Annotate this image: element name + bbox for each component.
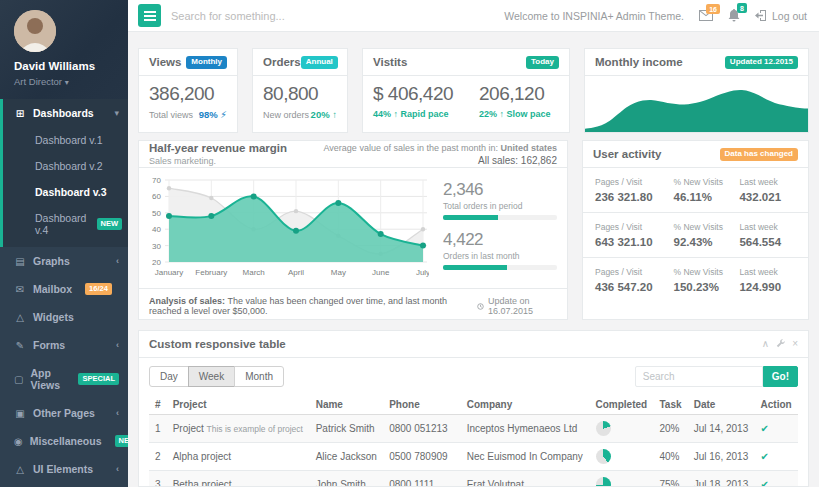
column-header-company[interactable]: Company bbox=[461, 395, 590, 415]
sidebar-item-grid-options[interactable]: ▦ Grid options bbox=[0, 483, 128, 487]
activity-cell: Last week432.021 bbox=[739, 177, 796, 203]
income-area-chart bbox=[585, 76, 808, 132]
sidebar-item-forms[interactable]: ✎ Forms ‹ bbox=[0, 331, 128, 359]
sidebar-item-dashboard-v-1[interactable]: Dashboard v.1 bbox=[3, 127, 128, 153]
cell-action[interactable]: ✔ bbox=[755, 443, 798, 471]
search-input[interactable] bbox=[171, 10, 391, 22]
svg-text:30: 30 bbox=[152, 242, 161, 251]
column-header-num[interactable]: # bbox=[149, 395, 167, 415]
sidebar-item-mailbox[interactable]: ✉ Mailbox 16/24 bbox=[0, 275, 128, 303]
clock-icon bbox=[477, 302, 484, 311]
activity-cell: Pages / Visit643 321.10 bbox=[595, 222, 674, 248]
cell-company: Inceptos Hymenaeos Ltd bbox=[461, 415, 590, 443]
bolt-icon: ⚡ bbox=[220, 109, 227, 120]
check-icon: ✔ bbox=[761, 479, 769, 486]
sign-out-icon bbox=[755, 10, 767, 21]
table-wrap: #ProjectNamePhoneCompanyCompletedTaskDat… bbox=[139, 395, 808, 486]
progress-bar bbox=[443, 215, 557, 220]
sidebar-item-dashboard-v-4[interactable]: Dashboard v.4NEW bbox=[3, 205, 128, 243]
table-row[interactable]: 1 Project This is example of project Pat… bbox=[149, 415, 798, 443]
monthly-income-panel: Monthly income Updated 12.2015 bbox=[584, 48, 809, 133]
column-header-completed[interactable]: Completed bbox=[590, 395, 654, 415]
sidebar-item-label: Miscellaneous bbox=[30, 435, 102, 447]
table-row-section: Custom responsive table ∧ × DayWeekMonth bbox=[138, 330, 809, 487]
column-header-phone[interactable]: Phone bbox=[383, 395, 460, 415]
avatar[interactable] bbox=[14, 10, 56, 52]
sidebar-item-label: Forms bbox=[33, 339, 65, 351]
cell-project: Project This is example of project bbox=[167, 415, 310, 443]
all-sales: All sales: 162,862 bbox=[324, 155, 557, 166]
sidebar-item-label: Widgets bbox=[33, 311, 74, 323]
svg-text:May: May bbox=[331, 268, 346, 277]
sidebar-item-dashboards[interactable]: ⊞ Dashboards ▾ bbox=[3, 99, 128, 127]
update-info: Update on 16.07.2015 bbox=[477, 296, 557, 316]
menu-toggle-button[interactable] bbox=[138, 4, 161, 27]
column-header-action[interactable]: Action bbox=[755, 395, 798, 415]
chevron-left-icon: ‹ bbox=[116, 340, 119, 350]
range-week-button[interactable]: Week bbox=[188, 366, 235, 387]
user-activity-panel: User activity Data has changed Pages / V… bbox=[582, 140, 809, 320]
sidebar-item-label: App Views bbox=[30, 367, 65, 391]
column-header-date[interactable]: Date bbox=[688, 395, 755, 415]
cell-num: 2 bbox=[149, 443, 167, 471]
table-row[interactable]: 3 Betha project John Smith 0800 1111 Era… bbox=[149, 471, 798, 487]
sidebar-item-ui-elements[interactable]: △ UI Elements ‹ bbox=[0, 455, 128, 483]
sidebar-item-label: Other Pages bbox=[33, 407, 95, 419]
country-label: United states bbox=[500, 143, 557, 153]
activity-row: Pages / Visit643 321.10% New Visits92.43… bbox=[583, 213, 808, 258]
panel-title: Vistits bbox=[373, 56, 407, 68]
cell-action[interactable]: ✔ bbox=[755, 415, 798, 443]
table-row[interactable]: 2 Alpha project Alice Jackson 0500 78090… bbox=[149, 443, 798, 471]
notifications-button[interactable]: 8 bbox=[728, 9, 740, 22]
activity-cell: % New Visits46.11% bbox=[674, 177, 740, 203]
middle-row: Half-year revenue margin Sales marketing… bbox=[138, 140, 809, 320]
user-role-dropdown[interactable]: Art Director ▾ bbox=[14, 76, 118, 87]
table-search-input[interactable] bbox=[635, 366, 763, 387]
chevron-left-icon: ‹ bbox=[116, 256, 119, 266]
orders-metric: 20% ↑ bbox=[311, 109, 337, 120]
activity-cell: Pages / Visit236 321.80 bbox=[595, 177, 674, 203]
activity-rows: Pages / Visit236 321.80% New Visits46.11… bbox=[583, 168, 808, 302]
wrench-icon[interactable] bbox=[776, 339, 785, 350]
sidebar-item-label: Graphs bbox=[33, 255, 70, 267]
go-button[interactable]: Go! bbox=[763, 366, 798, 387]
sidebar-item-dashboard-v-3[interactable]: Dashboard v.3 bbox=[3, 179, 128, 205]
cell-name: Alice Jackson bbox=[310, 443, 384, 471]
profile-section: David Williams Art Director ▾ bbox=[0, 0, 128, 99]
range-month-button[interactable]: Month bbox=[234, 366, 284, 387]
svg-text:60: 60 bbox=[152, 192, 161, 201]
column-header-name[interactable]: Name bbox=[310, 395, 384, 415]
sidebar-item-other-pages[interactable]: ▣ Other Pages ‹ bbox=[0, 399, 128, 427]
sidebar-item-app-views[interactable]: ▢ App Views SPECIAL bbox=[0, 359, 128, 399]
cell-name: John Smith bbox=[310, 471, 384, 487]
panel-title: Custom responsive table bbox=[149, 338, 286, 350]
range-day-button[interactable]: Day bbox=[149, 366, 189, 387]
orders-badge: Annual bbox=[301, 56, 338, 69]
cell-phone: 0800 1111 bbox=[383, 471, 460, 487]
close-icon[interactable]: × bbox=[792, 339, 798, 349]
activity-cell: Pages / Visit436 547.20 bbox=[595, 267, 674, 293]
sidebar: David Williams Art Director ▾ ⊞ Dashboar… bbox=[0, 0, 128, 487]
orders-value: 80,800 bbox=[263, 83, 337, 105]
sidebar-item-graphs[interactable]: ▤ Graphs ‹ bbox=[0, 247, 128, 275]
range-button-group: DayWeekMonth bbox=[149, 366, 284, 387]
svg-text:April: April bbox=[288, 268, 304, 277]
sidebar-item-widgets[interactable]: △ Widgets bbox=[0, 303, 128, 331]
sidebar-item-dashboard-v-2[interactable]: Dashboard v.2 bbox=[3, 153, 128, 179]
th-large-icon: ⊞ bbox=[14, 108, 26, 119]
activity-cell: % New Visits150.23% bbox=[674, 267, 740, 293]
sidebar-item-miscellaneous[interactable]: ◉ Miscellaneous NEW bbox=[0, 427, 128, 455]
column-header-project[interactable]: Project bbox=[167, 395, 310, 415]
cell-num: 3 bbox=[149, 471, 167, 487]
collapse-icon[interactable]: ∧ bbox=[762, 339, 769, 349]
cell-action[interactable]: ✔ bbox=[755, 471, 798, 487]
visits-panel: Vistits Today $ 406,420 44% ↑ Rapid pace… bbox=[362, 48, 570, 133]
panel-title: Monthly income bbox=[595, 56, 683, 68]
table-search: Go! bbox=[635, 366, 798, 387]
messages-button[interactable]: 16 bbox=[699, 10, 713, 21]
new-badge: NEW bbox=[97, 218, 123, 230]
svg-text:February: February bbox=[195, 268, 227, 277]
column-header-task[interactable]: Task bbox=[654, 395, 688, 415]
logout-button[interactable]: Log out bbox=[755, 10, 807, 22]
cell-date: Jul 16, 2013 bbox=[688, 443, 755, 471]
